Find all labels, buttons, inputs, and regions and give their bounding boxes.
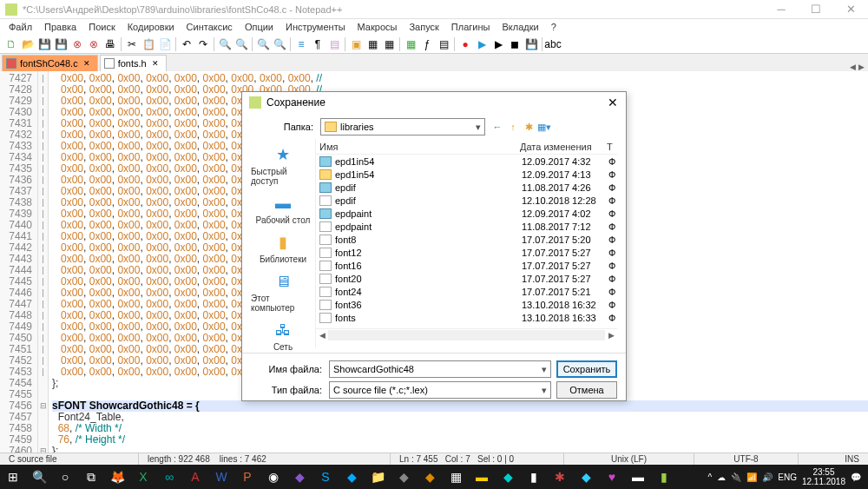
- tray-wifi-icon[interactable]: 📶: [746, 472, 757, 482]
- menu-плагины[interactable]: Плагины: [446, 21, 496, 33]
- paste-icon[interactable]: 📄: [157, 36, 173, 52]
- file-row[interactable]: epd1in5412.09.2017 4:32Ф: [316, 155, 617, 168]
- col-date[interactable]: Дата изменения: [520, 142, 607, 152]
- minimize-button[interactable]: ─: [764, 0, 799, 19]
- file-row[interactable]: epdpaint11.08.2017 7:12Ф: [316, 220, 617, 233]
- play-icon[interactable]: ▶: [474, 36, 490, 52]
- start-button[interactable]: ⊞: [0, 465, 26, 489]
- fold-column[interactable]: |||||||||||||||||||||||||||⊟⊟: [38, 71, 49, 453]
- folder-combo[interactable]: libraries: [320, 118, 485, 135]
- app-generic5-icon[interactable]: ◆: [573, 465, 599, 489]
- app-generic6-icon[interactable]: ♥: [599, 465, 625, 489]
- app-npp-icon[interactable]: ▮: [651, 465, 677, 489]
- menu-макросы[interactable]: Макросы: [352, 21, 403, 33]
- hidden-icon[interactable]: ▦: [403, 36, 418, 52]
- map-icon[interactable]: ▤: [436, 36, 451, 52]
- zoomin-icon[interactable]: 🔍: [255, 36, 271, 52]
- scroll-right-icon[interactable]: ▶: [605, 331, 617, 340]
- menu-запуск[interactable]: Запуск: [404, 21, 444, 33]
- place-Библиотеки[interactable]: ▮Библиотеки: [260, 232, 306, 264]
- app-cmd-icon[interactable]: ▮: [521, 465, 547, 489]
- place-Сеть[interactable]: 🖧Сеть: [271, 320, 295, 352]
- app-chrome-icon[interactable]: ◉: [260, 465, 286, 489]
- file-row[interactable]: epd1in5412.09.2017 4:13Ф: [316, 168, 617, 181]
- app-arduino-icon[interactable]: ∞: [156, 465, 182, 489]
- file-row[interactable]: fonts13.10.2018 16:33Ф: [316, 311, 617, 324]
- app-vs-icon[interactable]: ◆: [286, 465, 312, 489]
- redo-icon[interactable]: ↷: [195, 36, 211, 52]
- filename-input[interactable]: ShowcardGothic48: [329, 360, 551, 378]
- h-scrollbar[interactable]: ◀ ▶: [316, 328, 617, 340]
- dialog-close-button[interactable]: ✕: [600, 96, 626, 109]
- file-row[interactable]: font1217.07.2017 5:27Ф: [316, 246, 617, 259]
- replace-icon[interactable]: 🔍: [233, 36, 249, 52]
- file-row[interactable]: font2417.07.2017 5:21Ф: [316, 285, 617, 298]
- fold-icon[interactable]: ▦: [365, 36, 380, 52]
- menu-?[interactable]: ?: [546, 21, 562, 33]
- view-icon[interactable]: ▦▾: [537, 120, 551, 134]
- tray-up-icon[interactable]: ^: [708, 472, 713, 482]
- app-firefox-icon[interactable]: 🦊: [104, 465, 130, 489]
- menu-вкладки[interactable]: Вкладки: [496, 21, 543, 33]
- save-button[interactable]: Сохранить: [556, 360, 617, 378]
- app-word-icon[interactable]: W: [208, 465, 234, 489]
- app-notes-icon[interactable]: ▬: [469, 465, 495, 489]
- tab-scroll-icon[interactable]: ◀ ▶: [850, 63, 865, 71]
- saverec-icon[interactable]: 💾: [523, 36, 539, 52]
- menu-кодировки[interactable]: Кодировки: [122, 21, 180, 33]
- guide-icon[interactable]: ▤: [326, 36, 342, 52]
- save-icon[interactable]: 💾: [36, 36, 52, 52]
- new-icon[interactable]: 🗋: [3, 36, 19, 52]
- app-generic7-icon[interactable]: ▬: [625, 465, 651, 489]
- scroll-track[interactable]: [328, 330, 605, 340]
- unfold-icon[interactable]: ▦: [381, 36, 397, 52]
- dialog-title-bar[interactable]: Сохранение ✕: [242, 92, 626, 113]
- col-type[interactable]: Т: [607, 142, 613, 152]
- tab-close-icon[interactable]: ✕: [83, 59, 90, 68]
- zoomout-icon[interactable]: 🔍: [272, 36, 287, 52]
- rec-icon[interactable]: ●: [457, 36, 473, 52]
- cancel-button[interactable]: Отмена: [556, 381, 617, 399]
- cortana-icon[interactable]: ○: [52, 465, 78, 489]
- file-row[interactable]: epdif11.08.2017 4:26Ф: [316, 181, 617, 194]
- app-ppt-icon[interactable]: P: [234, 465, 260, 489]
- place-Рабочий стол[interactable]: ▬Рабочий стол: [256, 193, 311, 225]
- menu-правка[interactable]: Правка: [39, 21, 82, 33]
- place-Быстрый доступ[interactable]: ★Быстрый доступ: [251, 144, 315, 186]
- col-name[interactable]: Имя: [316, 142, 520, 152]
- print-icon[interactable]: 🖶: [102, 36, 118, 52]
- copy-icon[interactable]: 📋: [141, 36, 156, 52]
- clock[interactable]: 23:5512.11.2018: [802, 467, 845, 486]
- playrec-icon[interactable]: ▶: [490, 36, 506, 52]
- place-Этот компьютер[interactable]: 🖥Этот компьютер: [251, 271, 315, 313]
- app-excel-icon[interactable]: X: [130, 465, 156, 489]
- menu-опции[interactable]: Опции: [240, 21, 279, 33]
- newfolder-icon[interactable]: ✱: [522, 120, 536, 134]
- taskview-icon[interactable]: ⧉: [78, 465, 104, 489]
- search-icon[interactable]: 🔍: [26, 465, 52, 489]
- file-row[interactable]: font3613.10.2018 16:32Ф: [316, 298, 617, 311]
- file-row[interactable]: font2017.07.2017 5:27Ф: [316, 272, 617, 285]
- menu-инструменты[interactable]: Инструменты: [280, 21, 351, 33]
- filetype-combo[interactable]: C source file (*.c;*.lex): [329, 381, 551, 399]
- tray-cloud-icon[interactable]: ☁: [717, 472, 726, 482]
- find-icon[interactable]: 🔍: [217, 36, 233, 52]
- menu-синтаксис[interactable]: Синтаксис: [181, 21, 238, 33]
- app-generic1-icon[interactable]: ◆: [391, 465, 417, 489]
- app-generic4-icon[interactable]: ✱: [547, 465, 573, 489]
- up-icon[interactable]: ↑: [506, 120, 520, 134]
- app-explorer-icon[interactable]: 📁: [365, 465, 391, 489]
- tab-fontShCo48.c[interactable]: fontShCo48.c✕: [2, 55, 98, 71]
- tray-notif-icon[interactable]: 💬: [851, 472, 861, 482]
- file-row[interactable]: font817.07.2017 5:20Ф: [316, 233, 617, 246]
- app-code-icon[interactable]: ◆: [339, 465, 365, 489]
- file-list-body[interactable]: epd1in5412.09.2017 4:32Фepd1in5412.09.20…: [316, 155, 617, 328]
- lang-icon[interactable]: ▣: [348, 36, 364, 52]
- menu-поиск[interactable]: Поиск: [83, 21, 120, 33]
- menu-файл[interactable]: Файл: [3, 21, 37, 33]
- file-row[interactable]: font1617.07.2017 5:27Ф: [316, 259, 617, 272]
- saveall-icon[interactable]: 💾: [53, 36, 69, 52]
- tray-power-icon[interactable]: 🔌: [731, 472, 741, 482]
- stop-icon[interactable]: ◼: [507, 36, 523, 52]
- func-icon[interactable]: ƒ: [419, 36, 435, 52]
